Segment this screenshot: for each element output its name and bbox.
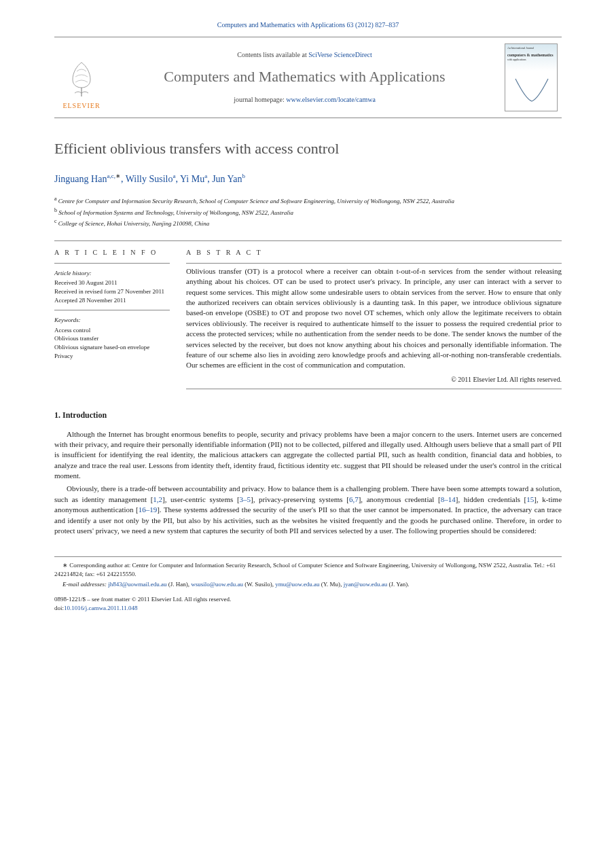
footnotes: ∗ Corresponding author at: Centre for Co… (54, 556, 562, 588)
author-link[interactable]: Willy Susilo (126, 173, 173, 183)
author-link[interactable]: Jun Yan (212, 173, 242, 183)
divider (54, 240, 562, 241)
email-who: (J. Han) (168, 581, 188, 588)
sciencedirect-link[interactable]: SciVerse ScienceDirect (308, 51, 372, 58)
publisher-logo-block: ELSEVIER (54, 37, 109, 118)
text-run: ], anonymous credential [ (359, 495, 441, 503)
keyword-item: Oblivious signature based-on envelope (54, 343, 170, 352)
abstract-copyright: © 2011 Elsevier Ltd. All rights reserved… (186, 375, 562, 384)
affiliation-row: a Centre for Computer and Information Se… (54, 195, 562, 206)
abstract-body: Oblivious transfer (OT) is a protocol wh… (186, 266, 562, 371)
affiliation-row: b School of Information Systems and Tech… (54, 207, 562, 217)
history-item: Received 30 August 2011 (54, 279, 170, 287)
contents-prefix: Contents lists available at (237, 51, 308, 58)
citation-link[interactable]: 3–5 (240, 495, 251, 503)
email-link[interactable]: jyan@uow.edu.au (344, 581, 388, 588)
email-who: (J. Yan) (389, 581, 408, 588)
citation-link[interactable]: 8–14 (441, 495, 456, 503)
author-affil-sup: a (173, 173, 175, 179)
body-paragraph: Although the Internet has brought enormo… (54, 429, 562, 482)
email-who: (Y. Mu) (321, 581, 340, 588)
citation-link[interactable]: 15 (526, 495, 534, 503)
body-paragraph: Obviously, there is a trade-off between … (54, 484, 562, 536)
publisher-name: ELSEVIER (62, 101, 100, 111)
text-run: ], user-centric systems [ (162, 495, 239, 503)
history-item: Received in revised form 27 November 201… (54, 287, 170, 296)
email-label: E-mail addresses: (62, 581, 107, 588)
text-run: ], hidden credentials [ (456, 495, 527, 503)
divider (186, 389, 562, 389)
author-affil-sup: a,c,∗ (107, 173, 121, 179)
front-matter: 0898-1221/$ – see front matter © 2011 El… (54, 595, 562, 612)
keyword-item: Privacy (54, 352, 170, 361)
citation-link[interactable]: 16–19 (139, 505, 158, 514)
homepage-prefix: journal homepage: (234, 96, 286, 103)
corresponding-author-footnote: ∗ Corresponding author at: Centre for Co… (54, 561, 562, 578)
article-history-label: Article history: (54, 269, 170, 278)
info-abstract-row: A R T I C L E I N F O Article history: R… (54, 248, 562, 389)
keyword-item: Oblivious transfer (54, 334, 170, 343)
cover-title: computers & mathematics (507, 53, 555, 58)
doi-label: doi: (54, 605, 64, 611)
email-link[interactable]: ymu@uow.edu.au (275, 581, 319, 588)
doi-link[interactable]: 10.1016/j.camwa.2011.11.048 (64, 605, 138, 611)
journal-citation: Computers and Mathematics with Applicati… (54, 20, 562, 30)
masthead-right: An International Journal computers & mat… (501, 37, 562, 118)
keyword-item: Access control (54, 326, 170, 335)
homepage-link[interactable]: www.elsevier.com/locate/camwa (286, 96, 376, 103)
contents-available-line: Contents lists available at SciVerse Sci… (237, 50, 372, 60)
abstract-column: A B S T R A C T Oblivious transfer (OT) … (186, 248, 562, 389)
article-history-block: Article history: Received 30 August 2011… (54, 269, 170, 304)
section-heading-introduction: 1. Introduction (54, 410, 562, 421)
corresponding-text: Corresponding author at: Centre for Comp… (54, 562, 556, 577)
authors-line: Jinguang Hana,c,∗, Willy Susiloa, Yi Mua… (54, 172, 562, 185)
email-link[interactable]: wsusilo@uow.edu.au (191, 581, 243, 588)
journal-citation-link[interactable]: Computers and Mathematics with Applicati… (217, 21, 399, 29)
author-affil-sup: b (242, 173, 246, 179)
citation-link[interactable]: 6,7 (349, 495, 359, 503)
keywords-block: Keywords: Access control Oblivious trans… (54, 316, 170, 360)
corresponding-star-icon: ∗ (115, 173, 121, 179)
masthead: ELSEVIER Contents lists available at Sci… (54, 37, 562, 118)
article-info-column: A R T I C L E I N F O Article history: R… (54, 248, 170, 389)
affiliation-row: c College of Science, Hohai University, … (54, 217, 562, 228)
email-link[interactable]: jh843@uowmail.edu.au (108, 581, 166, 588)
text-run: ], privacy-preserving systems [ (251, 495, 349, 503)
divider (54, 263, 170, 264)
article-title: Efficient oblivious transfers with acces… (54, 139, 562, 160)
masthead-center: Contents lists available at SciVerse Sci… (109, 37, 501, 118)
elsevier-tree-icon (65, 59, 98, 100)
journal-title: Computers and Mathematics with Applicati… (164, 67, 445, 88)
article-info-heading: A R T I C L E I N F O (54, 248, 170, 257)
issn-copyright-line: 0898-1221/$ – see front matter © 2011 El… (54, 595, 562, 604)
email-footnote: E-mail addresses: jh843@uowmail.edu.au (… (54, 580, 562, 589)
affiliations: a Centre for Computer and Information Se… (54, 195, 562, 228)
cover-subtitle: with applications (507, 58, 555, 62)
author-affil-sup: a (204, 173, 207, 179)
divider (186, 263, 562, 264)
author-link[interactable]: Jinguang Han (54, 173, 107, 183)
homepage-line: journal homepage: www.elsevier.com/locat… (234, 95, 376, 105)
history-item: Accepted 28 November 2011 (54, 296, 170, 305)
author-link[interactable]: Yi Mu (180, 173, 204, 183)
divider (54, 310, 170, 310)
star-icon: ∗ (62, 562, 68, 569)
keywords-label: Keywords: (54, 316, 170, 325)
citation-link[interactable]: 1,2 (153, 495, 162, 503)
doi-line: doi:10.1016/j.camwa.2011.11.048 (54, 604, 562, 613)
journal-cover-thumbnail: An International Journal computers & mat… (505, 43, 558, 111)
abstract-heading: A B S T R A C T (186, 248, 562, 257)
email-who: (W. Susilo) (244, 581, 272, 588)
